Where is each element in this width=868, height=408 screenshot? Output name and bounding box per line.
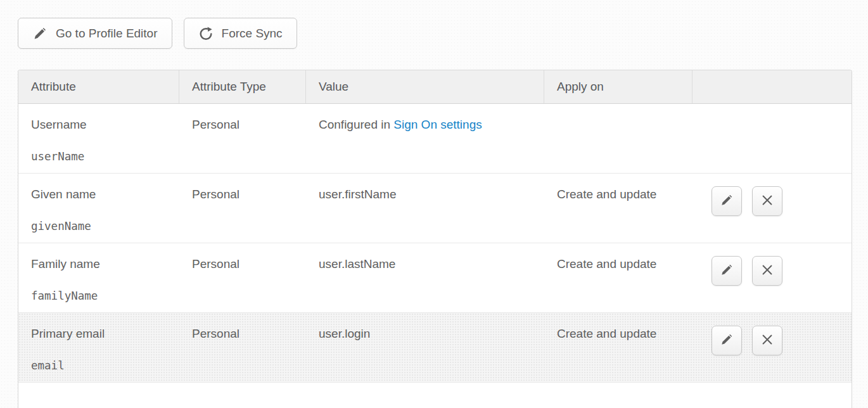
close-icon [760,263,774,279]
edit-attribute-button[interactable] [712,186,742,216]
force-sync-label: Force Sync [222,27,283,41]
value-cell: user.firstName [306,174,544,243]
value-cell: user.login [306,313,544,382]
row-actions [692,243,852,312]
sign-on-settings-link[interactable]: Sign On settings [393,118,482,131]
attribute-cell: Given name givenName [18,174,179,243]
attribute-type-cell: Personal [179,174,306,243]
table-header: Attribute Attribute Type Value Apply on [18,70,852,104]
attribute-type-cell: Personal [179,104,306,173]
apply-on-cell: Create and update [544,243,692,312]
remove-attribute-button[interactable] [752,256,782,286]
edit-attribute-button[interactable] [712,326,742,355]
column-header-attribute-type: Attribute Type [179,70,306,103]
apply-on-cell: Create and update [544,313,692,382]
value-cell: Configured in Sign On settings [306,104,544,173]
toolbar: Go to Profile Editor Force Sync [0,0,868,49]
apply-on-cell: Create and update [544,174,692,243]
attribute-type-cell: Personal [179,243,306,312]
attribute-label: Username [31,117,173,132]
pencil-icon [720,333,734,348]
pencil-icon [720,263,734,279]
column-header-apply-on: Apply on [544,70,692,103]
value-cell: user.lastName [306,243,544,312]
edit-attribute-button[interactable] [712,256,742,286]
attribute-variable-name: givenName [31,219,173,234]
row-actions [692,313,852,382]
attribute-label: Given name [31,187,173,201]
attribute-variable-name: familyName [31,289,173,303]
close-icon [760,193,774,209]
row-actions [692,104,852,173]
empty-partial-row [18,383,852,408]
pencil-icon [32,26,48,41]
attribute-variable-name: userName [31,150,173,164]
sync-icon [198,26,214,41]
attribute-label: Family name [31,257,173,271]
row-actions [692,174,852,243]
pencil-icon [720,193,734,209]
table-row-family-name: Family name familyName Personal user.las… [18,243,852,313]
attribute-variable-name: email [31,359,173,373]
go-to-profile-editor-label: Go to Profile Editor [56,27,158,41]
go-to-profile-editor-button[interactable]: Go to Profile Editor [18,18,172,49]
force-sync-button[interactable]: Force Sync [184,18,297,49]
table-row-username: Username userName Personal Configured in… [18,104,852,174]
column-header-value: Value [306,70,544,103]
remove-attribute-button[interactable] [752,186,782,216]
attribute-cell: Primary email email [18,313,179,382]
attribute-mappings-table: Attribute Attribute Type Value Apply on … [18,70,852,408]
attribute-type-cell: Personal [179,313,306,382]
column-header-actions [692,70,852,103]
close-icon [760,333,774,348]
column-header-attribute: Attribute [18,70,179,103]
table-row-given-name: Given name givenName Personal user.first… [18,174,852,243]
value-text: Configured in [319,118,393,131]
attribute-label: Primary email [31,326,173,341]
apply-on-cell [544,104,692,173]
attribute-cell: Family name familyName [18,243,179,312]
table-row-primary-email: Primary email email Personal user.login … [18,313,852,383]
remove-attribute-button[interactable] [752,326,782,355]
attribute-cell: Username userName [18,104,179,173]
